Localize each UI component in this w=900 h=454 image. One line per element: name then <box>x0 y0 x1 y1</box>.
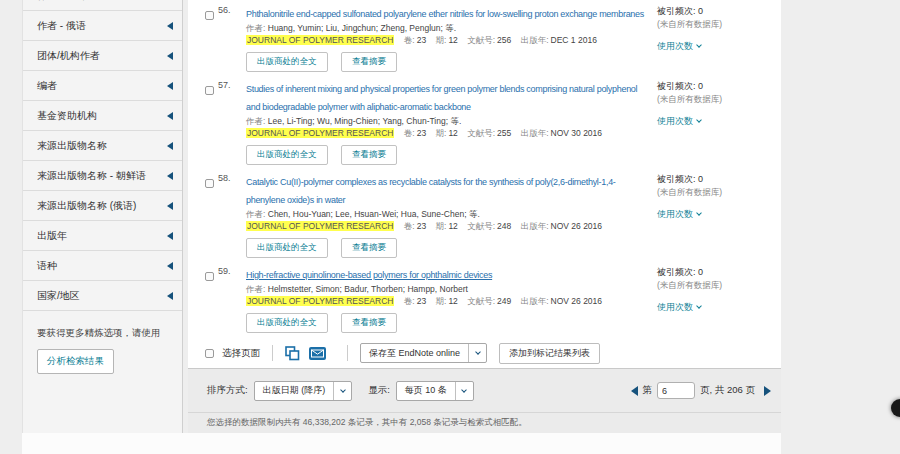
sidebar-item-author-korean[interactable]: 作者 - 朝鲜语 <box>23 0 182 11</box>
results-footer-bar: 您选择的数据限制内共有 46,338,202 条记录，其中有 2,058 条记录… <box>188 412 781 433</box>
collapse-left-icon <box>167 82 173 90</box>
result-row-59: 59. High-refractive quinolinone-based po… <box>188 264 781 333</box>
bottom-whitespace <box>22 433 781 454</box>
results-panel: 56. Phthalonitrile end-capped sulfonated… <box>188 0 781 368</box>
result-checkbox[interactable] <box>205 86 214 95</box>
chevron-down-icon <box>468 344 486 362</box>
fulltext-button[interactable]: 出版商处的全文 <box>246 238 328 258</box>
journal-name-highlighted: JOURNAL OF POLYMER RESEARCH <box>246 35 394 45</box>
view-abstract-button[interactable]: 查看摘要 <box>341 238 397 258</box>
collapse-left-icon <box>167 112 173 120</box>
result-row-57: 57. Studies of inherent mixing and physi… <box>188 78 781 165</box>
print-icon[interactable] <box>285 346 300 361</box>
sidebar-item-source-title-russian[interactable]: 来源出版物名称 (俄语) <box>23 191 182 221</box>
collapse-left-icon <box>167 142 173 150</box>
page-size-dropdown[interactable]: 每页 10 条 <box>396 381 474 401</box>
result-row-58: 58. Catalytic Cu(II)-polymer complexes a… <box>188 171 781 258</box>
journal-name-highlighted: JOURNAL OF POLYMER RESEARCH <box>246 296 394 306</box>
cited-count-value: 0 <box>698 174 703 184</box>
refine-hint-text: 要获得更多精炼选项，请使用 <box>37 327 182 340</box>
chevron-down-icon <box>696 210 702 216</box>
collapse-left-icon <box>167 232 173 240</box>
result-title-link[interactable]: Catalytic Cu(II)-polymer complexes as re… <box>246 177 616 205</box>
result-checkbox[interactable] <box>205 179 214 188</box>
result-title-link[interactable]: Phthalonitrile end-capped sulfonated pol… <box>246 9 644 19</box>
sidebar-item-group-author[interactable]: 团体/机构作者 <box>23 41 182 71</box>
chevron-down-icon <box>696 303 702 309</box>
result-authors: Lee, Li-Ting; Wu, Ming-Chien; Yang, Chun… <box>268 116 462 126</box>
usage-count-toggle[interactable]: 使用次数 <box>657 40 781 53</box>
collapse-left-icon <box>167 22 173 30</box>
cited-count-value: 0 <box>698 81 703 91</box>
sidebar-item-source-title-korean[interactable]: 来源出版物名称 - 朝鲜语 <box>23 161 182 191</box>
results-list: 56. Phthalonitrile end-capped sulfonated… <box>188 0 781 368</box>
divider <box>347 345 348 361</box>
select-page-label: 选择页面 <box>222 347 260 360</box>
citation-info: 被引频次: 0 (来自所有数据库) 使用次数 <box>657 264 781 333</box>
view-abstract-button[interactable]: 查看摘要 <box>341 313 397 333</box>
result-number: 59. <box>218 264 246 333</box>
save-to-dropdown[interactable]: 保存至 EndNote online <box>360 343 487 363</box>
result-title-link[interactable]: Studies of inherent mixing and physical … <box>246 84 637 112</box>
sidebar-item-editor[interactable]: 编者 <box>23 71 182 101</box>
add-to-marked-list-button[interactable]: 添加到标记结果列表 <box>499 343 600 364</box>
sort-by-label: 排序方式: <box>207 384 248 397</box>
show-label: 显示: <box>368 384 390 397</box>
collapse-left-icon <box>167 202 173 210</box>
fulltext-button[interactable]: 出版商处的全文 <box>246 52 328 72</box>
prev-page-button[interactable] <box>631 386 638 396</box>
pagination: 第 页, 共 206 页 <box>631 382 771 399</box>
sidebar-item-funding-agency[interactable]: 基金资助机构 <box>23 101 182 131</box>
screen-edge-artifact <box>891 399 900 417</box>
result-checkbox[interactable] <box>205 11 214 20</box>
result-row-56: 56. Phthalonitrile end-capped sulfonated… <box>188 3 781 72</box>
search-results-page: 作者 - 朝鲜语 作者 - 俄语 团体/机构作者 编者 基金资助机构 来源出版物… <box>0 0 900 454</box>
divider <box>272 345 273 361</box>
chevron-down-icon <box>455 382 473 400</box>
page-number-input[interactable] <box>657 382 695 399</box>
result-number: 58. <box>218 171 246 258</box>
sidebar-item-country-region[interactable]: 国家/地区 <box>23 281 182 311</box>
refine-filter-list: 作者 - 朝鲜语 作者 - 俄语 团体/机构作者 编者 基金资助机构 来源出版物… <box>23 0 182 311</box>
next-page-button[interactable] <box>764 386 771 396</box>
chevron-down-icon <box>333 382 351 400</box>
result-number: 57. <box>218 78 246 165</box>
result-authors: Huang, Yumin; Liu, Jingchun; Zheng, Peng… <box>268 23 456 33</box>
view-abstract-button[interactable]: 查看摘要 <box>341 52 397 72</box>
result-title-link[interactable]: High-refractive quinolinone-based polyme… <box>246 270 492 280</box>
analyze-results-button[interactable]: 分析检索结果 <box>37 349 114 374</box>
sidebar-item-author-russian[interactable]: 作者 - 俄语 <box>23 11 182 41</box>
collapse-left-icon <box>167 292 173 300</box>
refine-sidebar: 作者 - 朝鲜语 作者 - 俄语 团体/机构作者 编者 基金资助机构 来源出版物… <box>22 0 183 433</box>
page-label: 第 <box>643 384 653 397</box>
cited-count-value: 0 <box>698 267 703 277</box>
records-summary-text: 您选择的数据限制内共有 46,338,202 条记录，其中有 2,058 条记录… <box>207 417 527 429</box>
collapse-left-icon <box>167 172 173 180</box>
result-authors: Helmstetter, Simon; Badur, Thorben; Hamp… <box>268 284 468 294</box>
citation-info: 被引频次: 0 (来自所有数据库) 使用次数 <box>657 78 781 165</box>
fulltext-button[interactable]: 出版商处的全文 <box>246 313 328 333</box>
sidebar-item-publication-year[interactable]: 出版年 <box>23 221 182 251</box>
view-abstract-button[interactable]: 查看摘要 <box>341 145 397 165</box>
citation-info: 被引频次: 0 (来自所有数据库) 使用次数 <box>657 3 781 72</box>
journal-name-highlighted: JOURNAL OF POLYMER RESEARCH <box>246 128 394 138</box>
result-authors: Chen, Hou-Yuan; Lee, Hsuan-Wei; Hua, Sun… <box>268 209 480 219</box>
citation-info: 被引频次: 0 (来自所有数据库) 使用次数 <box>657 171 781 258</box>
result-checkbox[interactable] <box>205 272 214 281</box>
chevron-down-icon <box>696 117 702 123</box>
cited-count-value: 0 <box>698 6 703 16</box>
usage-count-toggle[interactable]: 使用次数 <box>657 208 781 221</box>
sidebar-item-source-title[interactable]: 来源出版物名称 <box>23 131 182 161</box>
select-page-checkbox[interactable] <box>205 349 214 358</box>
collapse-left-icon <box>167 262 173 270</box>
selection-toolbar: 选择页面 保存至 EndNote online 添加到标记结 <box>188 338 781 368</box>
collapse-left-icon <box>167 52 173 60</box>
sidebar-item-language[interactable]: 语种 <box>23 251 182 281</box>
result-number: 56. <box>218 3 246 72</box>
sort-pagination-bar: 排序方式: 出版日期 (降序) 显示: 每页 10 条 第 页, 共 206 页 <box>188 368 781 412</box>
sort-by-dropdown[interactable]: 出版日期 (降序) <box>254 381 353 401</box>
usage-count-toggle[interactable]: 使用次数 <box>657 301 781 314</box>
usage-count-toggle[interactable]: 使用次数 <box>657 115 781 128</box>
fulltext-button[interactable]: 出版商处的全文 <box>246 145 328 165</box>
email-icon[interactable] <box>309 347 326 360</box>
